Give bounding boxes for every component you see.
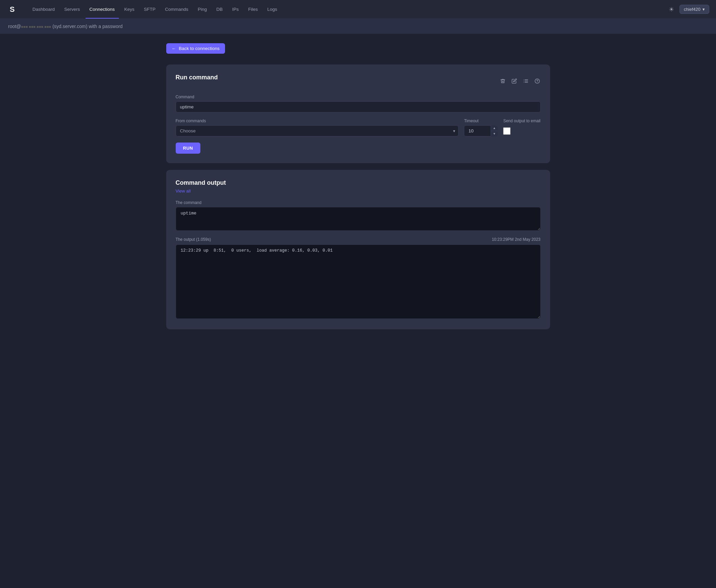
from-commands-label: From commands	[176, 119, 459, 123]
header-ip-masked: ■■■ ■■■.■■■.■■■	[21, 25, 51, 29]
command-label: Command	[176, 94, 540, 99]
run-button[interactable]: RUN	[176, 143, 201, 154]
nav-logs[interactable]: Logs	[263, 5, 281, 14]
user-menu-button[interactable]: chief420 ▾	[679, 5, 709, 14]
edit-icon	[512, 78, 517, 84]
nav-links: DashboardServersConnectionsKeysSFTPComma…	[28, 5, 667, 14]
delete-button[interactable]	[499, 78, 506, 84]
email-group: Send output to email	[503, 119, 540, 135]
back-icon: ←	[172, 46, 177, 51]
navbar: S DashboardServersConnectionsKeysSFTPCom…	[0, 0, 716, 19]
run-command-icons	[499, 78, 540, 84]
nav-files[interactable]: Files	[244, 5, 262, 14]
main-content: ← Back to connections Run command	[156, 34, 561, 345]
timeout-input-wrapper: ▲ ▼	[464, 125, 498, 136]
back-to-connections-button[interactable]: ← Back to connections	[166, 43, 225, 54]
user-label: chief420	[684, 7, 700, 12]
output-meta-left: The output (1.059s)	[176, 237, 211, 242]
header-text: root@	[8, 24, 21, 29]
run-command-header: Run command	[176, 74, 540, 88]
command-output-title: Command output	[176, 179, 540, 186]
run-command-title: Run command	[176, 74, 218, 81]
nav-ping[interactable]: Ping	[193, 5, 211, 14]
output-meta: The output (1.059s) 10:23:29PM 2nd May 2…	[176, 237, 540, 242]
form-row: From commands Choose ▾ Timeout ▲ ▼	[176, 119, 540, 136]
nav-ips[interactable]: IPs	[228, 5, 243, 14]
command-group: Command	[176, 94, 540, 112]
output-meta-right: 10:23:29PM 2nd May 2023	[492, 237, 540, 242]
nav-connections[interactable]: Connections	[85, 5, 119, 14]
email-label: Send output to email	[503, 119, 540, 123]
from-commands-group: From commands Choose ▾	[176, 119, 459, 136]
timeout-spinners: ▲ ▼	[491, 125, 498, 136]
edit-button[interactable]	[511, 78, 518, 84]
command-output-card: Command output View all The command The …	[166, 170, 550, 329]
timeout-increment-button[interactable]: ▲	[491, 125, 498, 131]
nav-dashboard[interactable]: Dashboard	[28, 5, 59, 14]
the-command-label: The command	[176, 200, 540, 205]
timeout-decrement-button[interactable]: ▼	[491, 131, 498, 136]
command-input[interactable]	[176, 101, 540, 112]
from-commands-wrapper: Choose ▾	[176, 125, 459, 136]
timeout-label: Timeout	[464, 119, 498, 123]
theme-toggle-button[interactable]: ☀	[667, 4, 675, 15]
list-icon	[523, 78, 529, 84]
nav-right: ☀ chief420 ▾	[667, 4, 709, 15]
logo: S	[7, 4, 18, 15]
email-checkbox[interactable]	[503, 127, 511, 135]
run-command-card: Run command	[166, 64, 550, 163]
nav-sftp[interactable]: SFTP	[140, 5, 160, 14]
help-button[interactable]	[534, 78, 540, 84]
header-suffix: (syd.server.com) with a password	[53, 24, 123, 29]
command-display-textarea[interactable]	[176, 207, 540, 231]
timeout-group: Timeout ▲ ▼	[464, 119, 498, 136]
connection-header: root@■■■ ■■■.■■■.■■■ (syd.server.com) wi…	[0, 19, 716, 34]
nav-servers[interactable]: Servers	[60, 5, 84, 14]
list-button[interactable]	[523, 78, 529, 84]
trash-icon	[500, 78, 506, 84]
nav-commands[interactable]: Commands	[161, 5, 192, 14]
back-label: Back to connections	[179, 46, 220, 51]
nav-db[interactable]: DB	[212, 5, 227, 14]
nav-keys[interactable]: Keys	[120, 5, 139, 14]
view-all-link[interactable]: View all	[176, 188, 540, 193]
from-commands-select[interactable]: Choose	[176, 125, 459, 136]
help-icon	[535, 78, 540, 84]
user-dropdown-icon: ▾	[702, 7, 705, 12]
output-textarea[interactable]	[176, 245, 540, 319]
